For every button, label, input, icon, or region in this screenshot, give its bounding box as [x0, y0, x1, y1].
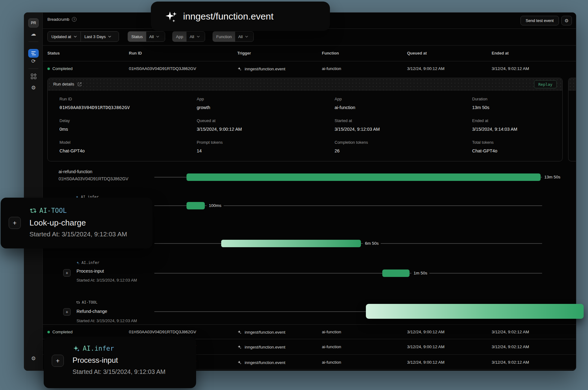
- queued-at: 3/12/24, 9:00:12 AM: [407, 66, 445, 71]
- status-filter-label: Status: [128, 32, 146, 42]
- run-status: Completed: [52, 66, 72, 71]
- table-row[interactable]: Completed 01HS0AA03V04D91RTDQ3J862GV inn…: [43, 61, 576, 77]
- chevron-down-icon: [74, 36, 77, 37]
- function-link[interactable]: ai-function: [322, 344, 341, 349]
- bar-duration-label: 13m 50s: [542, 173, 563, 181]
- sparkle-icon: [165, 10, 178, 23]
- header-queued-at: Queued at: [407, 51, 427, 55]
- bar-duration-label: 100ms: [207, 202, 224, 209]
- field-label: Ended at: [472, 118, 517, 123]
- queued-at: 3/12/24, 9:00:12 AM: [407, 344, 445, 349]
- field-label: Started at: [335, 118, 380, 123]
- function-link[interactable]: ai-function: [322, 360, 341, 365]
- step-started-at: Started At: 3/15/2024, 9:12:03 AM: [72, 368, 165, 375]
- timeline-root-name: ai-refund-function: [59, 169, 92, 174]
- timeline-bar-step[interactable]: [382, 269, 410, 277]
- field-value: 0ms: [59, 127, 70, 132]
- sparkle-icon: [76, 261, 80, 265]
- step-started-at: Started At: 3/15/2024, 9:12:03 AM: [77, 318, 137, 323]
- timeline-bar-step[interactable]: [186, 202, 205, 209]
- replay-button[interactable]: Replay: [534, 80, 557, 88]
- field-label: Prompt tokens: [197, 140, 223, 145]
- header-run-id: Run ID: [129, 51, 142, 55]
- header-status: Status: [47, 51, 60, 55]
- timeline-root-run-id: 01HS0AA03V04D91RTDQ3J862GV: [59, 176, 128, 181]
- field-value-run-id: 01HS0AA03V04D91RTDQ3J862GV: [59, 105, 130, 110]
- gear-icon[interactable]: ⚙: [24, 85, 43, 90]
- trigger-name: inngest/function.event: [245, 67, 285, 71]
- header-ended-at: Ended at: [492, 51, 509, 55]
- field-label: App: [335, 97, 355, 101]
- ended-at: 3/12/24, 9:02:12 AM: [492, 344, 529, 349]
- external-link-icon[interactable]: [77, 82, 82, 86]
- trigger-cell: inngest/function.event: [237, 67, 285, 71]
- app-link[interactable]: growth: [197, 105, 210, 110]
- trigger-cell: inngest/function.event: [237, 360, 285, 365]
- field-label: Duration: [472, 97, 489, 101]
- bar-duration-label: 6m 50s: [363, 240, 381, 247]
- timeline-bar-refund-change[interactable]: [366, 304, 584, 319]
- field-label: Run ID: [59, 97, 130, 101]
- field-value: Chat-GPT4o: [59, 148, 85, 153]
- tooltip-process-input: + AI.infer Process-input Started At: 3/1…: [44, 337, 196, 388]
- breadcrumb-label: Breadcrumb: [47, 17, 69, 22]
- queued-at: 3/12/24, 9:00:12 AM: [407, 360, 445, 365]
- sparkle-icon: [237, 345, 242, 349]
- step-title: Process-input: [72, 356, 118, 365]
- app-filter-label: App: [173, 32, 186, 42]
- field-label: App: [197, 97, 210, 101]
- sidebar-divider: [29, 42, 38, 42]
- trigger-name: inngest/function.event: [245, 360, 285, 365]
- chevron-down-icon: [245, 36, 248, 37]
- expand-step-button[interactable]: +: [9, 217, 21, 229]
- apps-grid-icon[interactable]: [31, 73, 37, 81]
- ended-at: 3/12/24, 9:02:12 AM: [492, 360, 529, 365]
- field-label: Queued at: [197, 118, 242, 123]
- refresh-icon[interactable]: ⟳: [24, 59, 43, 64]
- ended-at: 3/12/24, 9:02:12 AM: [492, 330, 529, 334]
- header-trigger: Trigger: [237, 51, 251, 55]
- gear-icon-bottom[interactable]: ⚙: [24, 356, 43, 361]
- function-filter-value: All: [238, 34, 243, 39]
- tooltip-look-up-charge: + AI-TOOL Look-up-charge Started At: 3/1…: [1, 198, 152, 248]
- send-test-event-button[interactable]: Send test event: [520, 16, 559, 25]
- sort-range-pill[interactable]: Updated at Last 3 Days: [47, 31, 119, 42]
- field-value: 3/15/2024, 9:12:03 AM: [335, 127, 380, 132]
- expand-step-button[interactable]: +: [52, 355, 64, 367]
- range-label: Last 3 Days: [85, 34, 106, 39]
- app-filter[interactable]: App All: [172, 31, 205, 42]
- bar-duration-label: 1m 50s: [411, 269, 429, 277]
- run-status: Completed: [52, 330, 72, 334]
- header-function: Function: [322, 51, 339, 55]
- sort-label: Updated at: [51, 34, 71, 39]
- chevron-down-icon: [197, 36, 200, 37]
- status-dot: [47, 331, 50, 333]
- expand-step-button[interactable]: +: [63, 308, 71, 316]
- function-link[interactable]: ai-function: [322, 66, 341, 71]
- sidebar-item-runs[interactable]: [28, 49, 39, 58]
- timeline-track: [154, 273, 542, 274]
- timeline-bar-root[interactable]: [186, 173, 541, 181]
- field-label: Total tokens: [472, 140, 497, 145]
- function-filter[interactable]: Function All: [213, 31, 254, 42]
- help-icon[interactable]: ?: [72, 17, 77, 22]
- field-value: 3/15/2024, 9:00:12 AM: [197, 127, 242, 132]
- status-filter[interactable]: Status All: [128, 31, 165, 42]
- run-id: 01HS0AA03V04D91RTDQ3J862GV: [129, 330, 196, 334]
- function-link[interactable]: ai-function: [322, 330, 341, 334]
- sparkle-icon: [237, 67, 242, 71]
- chevron-down-icon: [156, 36, 159, 37]
- expand-step-button[interactable]: +: [63, 269, 71, 277]
- field-label: Delay: [59, 118, 70, 123]
- trigger-cell: inngest/function.event: [237, 330, 285, 335]
- avatar[interactable]: PR: [28, 18, 39, 28]
- function-filter-label: Function: [213, 32, 235, 42]
- step-title: Look-up-charge: [29, 218, 86, 228]
- timeline-bar-step[interactable]: [221, 240, 361, 247]
- sidebar-divider: [29, 68, 38, 69]
- trigger-name: inngest/function.event: [245, 330, 285, 335]
- secondary-panel-sliver: [568, 78, 576, 161]
- settings-gear-button[interactable]: ⚙: [561, 16, 572, 25]
- cloud-icon[interactable]: ☁: [24, 31, 43, 37]
- app-link[interactable]: ai-function: [335, 105, 355, 110]
